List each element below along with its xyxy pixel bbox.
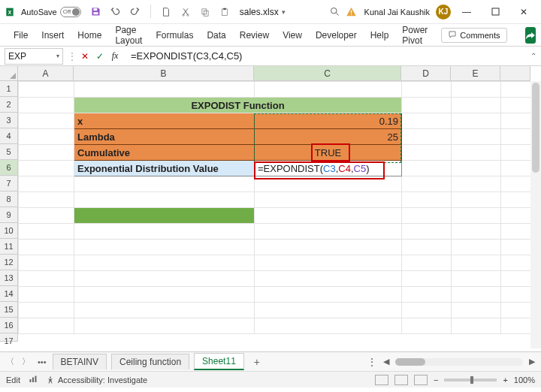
fx-icon[interactable]: fx [108, 50, 122, 63]
cell-b3[interactable]: x [74, 113, 255, 129]
share-button[interactable] [525, 27, 536, 44]
vertical-scrollbar[interactable] [530, 81, 541, 348]
col-header[interactable]: E [451, 66, 500, 80]
col-header[interactable] [500, 66, 530, 80]
name-box[interactable]: EXP ▾ [5, 48, 63, 65]
col-header[interactable]: B [74, 66, 254, 80]
expand-formula-bar[interactable]: ⌃ [526, 52, 541, 60]
filename[interactable]: sales.xlsx ▾ [240, 7, 286, 17]
chevron-down-icon: ▾ [56, 53, 59, 59]
tab-data[interactable]: Data [207, 27, 225, 44]
row-header[interactable]: 17 [0, 333, 17, 342]
cancel-button[interactable]: ✕ [78, 50, 92, 63]
sheet-tab-active[interactable]: Sheet11 [194, 353, 244, 370]
sheet-tab[interactable]: BETAINV [53, 354, 107, 369]
hscroll-left[interactable]: ◀ [382, 357, 391, 366]
tab-nav-next[interactable]: 〉 [20, 356, 32, 367]
tab-home[interactable]: Home [77, 27, 101, 44]
row-header[interactable]: 16 [0, 318, 17, 333]
close-button[interactable]: ✕ [511, 3, 536, 21]
save-icon[interactable] [89, 5, 104, 20]
col-header[interactable]: C [254, 66, 401, 80]
col-header[interactable]: A [18, 66, 74, 80]
comments-button[interactable]: Comments [441, 28, 506, 43]
maximize-button[interactable] [482, 3, 508, 21]
titlebar: X AutoSave Off sales.xlsx ▾ Kunal Jai Ka… [0, 0, 541, 24]
tab-review[interactable]: Review [240, 27, 269, 44]
cell-b5[interactable]: Cumulative [74, 145, 255, 161]
svg-rect-15 [32, 377, 34, 382]
tab-view[interactable]: View [283, 27, 302, 44]
row-header[interactable]: 9 [0, 207, 17, 223]
formula-bar: EXP ▾ ⋮ ✕ ✓ fx =EXPONDIST(C3,C4,C5) ⌃ [0, 47, 541, 66]
tab-help[interactable]: Help [370, 27, 389, 44]
row-header[interactable]: 8 [0, 191, 17, 207]
row-header[interactable]: 13 [0, 270, 17, 286]
tab-formulas[interactable]: Formulas [156, 27, 193, 44]
view-page-layout-icon[interactable] [394, 375, 408, 385]
tab-insert[interactable]: Insert [41, 27, 64, 44]
cell-c5[interactable]: TRUE [255, 145, 402, 161]
add-sheet-button[interactable]: + [249, 356, 265, 368]
cell-c6-editing[interactable]: =EXPONDIST(C3,C4,C5) [255, 161, 402, 176]
zoom-slider[interactable] [444, 378, 497, 381]
new-file-icon[interactable] [159, 5, 174, 20]
row-header[interactable]: 4 [0, 128, 17, 144]
cells-table[interactable]: EXPODIST Function x0.19 Lambda25 Cumulat… [18, 81, 531, 334]
select-all-corner[interactable] [0, 66, 18, 81]
enter-button[interactable]: ✓ [93, 50, 107, 63]
formula-input[interactable]: =EXPONDIST(C3,C4,C5) [126, 50, 526, 62]
sheet-tab[interactable]: Ceiling function [111, 354, 189, 369]
row-header[interactable]: 5 [0, 144, 17, 160]
cell-b6[interactable]: Exponential Distribution Value [74, 161, 255, 176]
accessibility-status[interactable]: Accessibility: Investigate [46, 375, 147, 384]
view-page-break-icon[interactable] [414, 375, 428, 385]
tab-file[interactable]: File [14, 27, 28, 44]
cell-b9[interactable] [74, 208, 255, 224]
row-header[interactable]: 3 [0, 113, 17, 128]
row-header[interactable]: 1 [0, 81, 17, 97]
cell-title[interactable]: EXPODIST Function [74, 98, 402, 113]
warning-icon[interactable] [345, 5, 358, 19]
col-header[interactable]: D [401, 66, 451, 80]
autosave-toggle[interactable]: AutoSave Off [21, 7, 81, 17]
undo-icon[interactable] [108, 5, 123, 20]
row-header[interactable]: 11 [0, 239, 17, 255]
hscroll-right[interactable]: ▶ [527, 357, 536, 366]
redo-icon[interactable] [128, 5, 143, 20]
row-header[interactable]: 15 [0, 302, 17, 318]
tab-developer[interactable]: Developer [316, 27, 357, 44]
tab-nav-more[interactable]: ••• [36, 357, 48, 366]
zoom-out-button[interactable]: − [434, 375, 438, 384]
zoom-in-button[interactable]: + [503, 375, 507, 384]
row-header[interactable]: 10 [0, 223, 17, 239]
minimize-button[interactable]: — [454, 3, 479, 21]
tab-page-layout[interactable]: Page Layout [115, 22, 142, 49]
search-icon[interactable] [328, 5, 342, 19]
copy-icon[interactable] [198, 5, 213, 20]
stats-icon[interactable] [28, 375, 38, 385]
cell-c4[interactable]: 25 [255, 129, 402, 145]
row-header[interactable]: 14 [0, 286, 17, 302]
tab-power-pivot[interactable]: Power Pivot [402, 22, 428, 49]
avatar[interactable]: KJ [436, 5, 451, 20]
svg-rect-11 [351, 11, 352, 14]
row-header[interactable]: 6 [0, 160, 17, 176]
tab-scroll-divider-icon: ⋮ [367, 356, 377, 368]
svg-rect-8 [222, 8, 227, 15]
zoom-level[interactable]: 100% [514, 375, 535, 384]
horizontal-scrollbar[interactable] [395, 358, 523, 366]
cell-b4[interactable]: Lambda [74, 129, 255, 145]
row-header[interactable]: 2 [0, 97, 17, 113]
autosave-label: AutoSave [21, 8, 57, 17]
cut-icon[interactable] [178, 5, 193, 20]
row-header[interactable]: 7 [0, 176, 17, 191]
cell-c3[interactable]: 0.19 [255, 113, 402, 129]
view-normal-icon[interactable] [375, 375, 388, 385]
spreadsheet-grid: A B C D E 1 2 3 4 5 6 7 8 9 10 11 12 13 … [0, 66, 541, 351]
paste-icon[interactable] [217, 5, 232, 20]
row-header[interactable]: 12 [0, 255, 17, 270]
sheet-tabs-row: 〈 〉 ••• BETAINV Ceiling function Sheet11… [0, 351, 541, 371]
tab-nav-prev[interactable]: 〈 [5, 356, 16, 367]
excel-logo-icon: X [5, 5, 18, 19]
